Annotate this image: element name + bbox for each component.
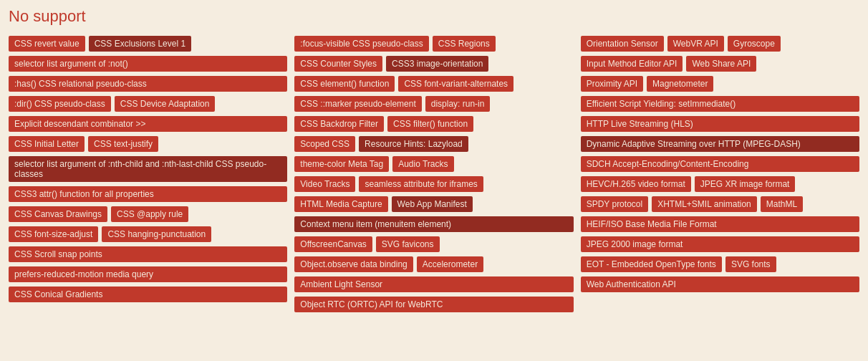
feature-tag[interactable]: CSS Counter Styles [294,56,382,72]
feature-tag[interactable]: OffscreenCanvas [294,236,372,252]
column-2: Orientation SensorWebVR APIGyroscopeInpu… [581,36,859,312]
row-0-10: CSS Scroll snap points [9,246,287,262]
row-0-4: Explicit descendant combinator >> [9,116,287,132]
columns-container: CSS revert valueCSS Exclusions Level 1se… [9,36,859,312]
feature-tag[interactable]: Dynamic Adaptive Streaming over HTTP (MP… [581,136,859,152]
feature-tag[interactable]: Efficient Script Yielding: setImmediate(… [581,96,859,112]
feature-tag[interactable]: Explicit descendant combinator >> [9,116,287,132]
row-0-7: CSS3 attr() function for all properties [9,186,287,202]
feature-tag[interactable]: JPEG 2000 image format [581,236,859,252]
feature-tag[interactable]: HEIF/ISO Base Media File Format [581,216,859,232]
feature-tag[interactable]: XHTML+SMIL animation [652,196,757,212]
feature-tag[interactable]: Resource Hints: Lazyload [359,136,468,152]
row-1-5: Scoped CSSResource Hints: Lazyload [294,136,573,152]
row-2-10: JPEG 2000 image format [581,236,859,252]
feature-tag[interactable]: Web Authentication API [581,276,859,292]
feature-tag[interactable]: Web Share API [686,56,756,72]
feature-tag[interactable]: CSS font-variant-alternates [398,76,513,92]
feature-tag[interactable]: Ambient Light Sensor [294,276,573,292]
feature-tag[interactable]: Accelerometer [417,256,483,272]
feature-tag[interactable]: :focus-visible CSS pseudo-class [294,36,428,52]
row-2-1: Input Method Editor APIWeb Share API [581,56,859,72]
feature-tag[interactable]: Object RTC (ORTC) API for WebRTC [294,297,573,312]
row-1-9: Context menu item (menuitem element) [294,216,573,232]
feature-tag[interactable]: MathML [761,196,803,212]
feature-tag[interactable]: HTTP Live Streaming (HLS) [581,116,859,132]
feature-tag[interactable]: CSS filter() function [387,116,473,132]
feature-tag[interactable]: display: run-in [425,96,491,112]
feature-tag[interactable]: Scoped CSS [294,136,355,152]
feature-tag[interactable]: Input Method Editor API [581,56,683,72]
feature-tag[interactable]: WebVR API [667,36,724,52]
row-2-4: HTTP Live Streaming (HLS) [581,116,859,132]
row-2-11: EOT - Embedded OpenType fontsSVG fonts [581,256,859,272]
feature-tag[interactable]: HEVC/H.265 video format [581,176,691,192]
feature-tag[interactable]: SVG favicons [376,236,440,252]
row-0-9: CSS font-size-adjustCSS hanging-punctuat… [9,226,287,242]
feature-tag[interactable]: CSS Backdrop Filter [294,116,384,132]
feature-tag[interactable]: CSS Scroll snap points [9,246,287,262]
feature-tag[interactable]: selector list argument of :nth-child and… [9,156,287,182]
feature-tag[interactable]: Video Tracks [294,176,355,192]
feature-tag[interactable]: JPEG XR image format [695,176,796,192]
row-2-9: HEIF/ISO Base Media File Format [581,216,859,232]
feature-tag[interactable]: CSS Device Adaptation [115,96,216,112]
row-2-0: Orientation SensorWebVR APIGyroscope [581,36,859,52]
feature-tag[interactable]: CSS ::marker pseudo-element [294,96,421,112]
row-2-3: Efficient Script Yielding: setImmediate(… [581,96,859,112]
feature-tag[interactable]: CSS Canvas Drawings [9,206,107,222]
feature-tag[interactable]: CSS element() function [294,76,395,92]
row-1-11: Object.observe data bindingAccelerometer [294,256,573,272]
row-1-1: CSS Counter StylesCSS3 image-orientation [294,56,573,72]
row-0-11: prefers-reduced-motion media query [9,266,287,282]
row-0-0: CSS revert valueCSS Exclusions Level 1 [9,36,287,52]
row-1-10: OffscreenCanvasSVG favicons [294,236,573,252]
column-0: CSS revert valueCSS Exclusions Level 1se… [9,36,287,312]
feature-tag[interactable]: seamless attribute for iframes [359,176,483,192]
row-2-7: HEVC/H.265 video formatJPEG XR image for… [581,176,859,192]
page-title: No support [9,7,859,26]
feature-tag[interactable]: CSS Initial Letter [9,136,85,152]
row-1-4: CSS Backdrop FilterCSS filter() function [294,116,573,132]
feature-tag[interactable]: Orientation Sensor [581,36,664,52]
feature-tag[interactable]: HTML Media Capture [294,196,387,212]
feature-tag[interactable]: Audio Tracks [392,156,453,172]
row-1-2: CSS element() functionCSS font-variant-a… [294,76,573,92]
row-1-8: HTML Media CaptureWeb App Manifest [294,196,573,212]
row-1-3: CSS ::marker pseudo-elementdisplay: run-… [294,96,573,112]
row-2-6: SDCH Accept-Encoding/Content-Encoding [581,156,859,172]
feature-tag[interactable]: SDCH Accept-Encoding/Content-Encoding [581,156,859,172]
feature-tag[interactable]: Magnetometer [647,76,713,92]
feature-tag[interactable]: CSS Conical Gradients [9,287,287,302]
feature-tag[interactable]: CSS hanging-punctuation [102,226,211,242]
feature-tag[interactable]: CSS text-justify [88,136,158,152]
feature-tag[interactable]: :has() CSS relational pseudo-class [9,76,287,92]
feature-tag[interactable]: Gyroscope [728,36,781,52]
feature-tag[interactable]: SPDY protocol [581,196,649,212]
column-1: :focus-visible CSS pseudo-classCSS Regio… [294,36,573,312]
row-0-3: :dir() CSS pseudo-classCSS Device Adapta… [9,96,287,112]
feature-tag[interactable]: CSS Regions [433,36,496,52]
feature-tag[interactable]: Context menu item (menuitem element) [294,216,573,232]
feature-tag[interactable]: CSS3 image-orientation [386,56,488,72]
row-1-6: theme-color Meta TagAudio Tracks [294,156,573,172]
feature-tag[interactable]: Proximity API [581,76,643,92]
feature-tag[interactable]: prefers-reduced-motion media query [9,266,287,282]
row-2-8: SPDY protocolXHTML+SMIL animationMathML [581,196,859,212]
feature-tag[interactable]: CSS revert value [9,36,85,52]
row-0-8: CSS Canvas DrawingsCSS @apply rule [9,206,287,222]
feature-tag[interactable]: Web App Manifest [392,196,473,212]
feature-tag[interactable]: CSS font-size-adjust [9,226,98,242]
row-1-13: Object RTC (ORTC) API for WebRTC [294,297,573,312]
feature-tag[interactable]: :dir() CSS pseudo-class [9,96,111,112]
feature-tag[interactable]: Object.observe data binding [294,256,413,272]
row-2-5: Dynamic Adaptive Streaming over HTTP (MP… [581,136,859,152]
feature-tag[interactable]: selector list argument of :not() [9,56,287,72]
feature-tag[interactable]: CSS3 attr() function for all properties [9,186,287,202]
feature-tag[interactable]: theme-color Meta Tag [294,156,389,172]
feature-tag[interactable]: EOT - Embedded OpenType fonts [581,256,722,272]
feature-tag[interactable]: SVG fonts [725,256,776,272]
feature-tag[interactable]: CSS @apply rule [111,206,188,222]
feature-tag[interactable]: CSS Exclusions Level 1 [89,36,191,52]
row-1-12: Ambient Light Sensor [294,276,573,292]
